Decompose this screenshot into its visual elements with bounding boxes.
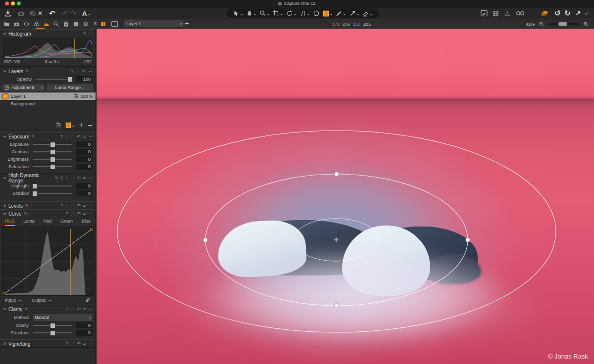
copy-icon[interactable]: ⤢ (76, 69, 79, 74)
layer-settings-icon[interactable] (55, 122, 61, 128)
circle-mask-tool[interactable] (312, 10, 321, 17)
presets-icon[interactable]: ≡ (83, 134, 86, 139)
viewer-layer-select[interactable]: Layer 1 ▴▾ (124, 20, 184, 27)
opacity-slider[interactable] (36, 79, 72, 80)
tab-exposure[interactable] (43, 21, 50, 28)
layers-header[interactable]: Layers ✎ ? ⤢ ↶ ⋯ (0, 67, 96, 75)
camera-icon[interactable] (17, 7, 25, 19)
collapse-icon[interactable] (3, 135, 6, 138)
back-icon[interactable]: ↶ (62, 7, 68, 19)
highlight-value[interactable]: 0 (76, 183, 93, 189)
layer-row-layer1[interactable]: ✓ Layer 1 100 % (0, 92, 96, 100)
clarity-value[interactable]: 0 (76, 322, 93, 328)
collapse-icon[interactable] (3, 32, 6, 36)
curve-tab-green[interactable]: Green (60, 218, 73, 226)
curve-tab-red[interactable]: Red (44, 218, 52, 226)
curve-point-highlight[interactable] (91, 228, 93, 230)
zoom-level-value[interactable]: 41% (526, 22, 535, 27)
copy-icon[interactable]: ⤢ (71, 307, 74, 312)
new-mask-layer-button[interactable] (65, 122, 75, 128)
crop-tool[interactable] (272, 10, 284, 17)
remove-layer-button[interactable]: − (88, 122, 93, 128)
forward-icon[interactable]: ↷ (71, 7, 77, 19)
presets-icon[interactable]: ≡ (83, 341, 86, 346)
highlight-slider[interactable] (33, 185, 72, 186)
more-icon[interactable]: ⋯ (88, 211, 93, 216)
presets-icon[interactable]: ≡ (83, 203, 86, 208)
copy-icon[interactable]: ⤢ (71, 203, 74, 209)
curve-tab-rgb[interactable]: RGB (5, 218, 15, 226)
shadow-value[interactable]: 0 (76, 190, 93, 196)
help-icon[interactable]: ? (66, 211, 68, 216)
reset-icon[interactable]: ↶ (77, 176, 81, 181)
undo-icon[interactable]: ↶ (49, 7, 55, 19)
structure-slider[interactable] (33, 332, 72, 333)
apply-icon[interactable]: ↙ (584, 7, 590, 19)
collapse-icon[interactable] (3, 70, 6, 73)
collapse-icon[interactable] (3, 342, 6, 346)
straighten-tool[interactable] (298, 10, 311, 17)
more-icon[interactable]: ⋯ (88, 307, 93, 312)
reset-icon[interactable]: ↶ (77, 307, 81, 312)
layers-copy-icon[interactable] (541, 7, 549, 19)
opacity-value[interactable]: 100 (76, 76, 93, 82)
levels-header[interactable]: Levels ✎ ? A ⤢ ↶ ≡ ⋯ (0, 202, 96, 210)
proof-glasses-icon[interactable] (516, 7, 525, 19)
reset-icon[interactable]: ↶ (77, 211, 81, 216)
contrast-value[interactable]: 0 (76, 149, 93, 155)
help-icon[interactable]: ? (66, 341, 68, 346)
loupe-tool[interactable] (258, 10, 271, 17)
edit-mask-icon[interactable]: ✎ (24, 212, 28, 216)
mask-handle-left[interactable] (203, 238, 208, 242)
warning-icon[interactable]: ⚠ (504, 7, 510, 19)
copy-icon[interactable]: ⤢ (71, 134, 74, 139)
presets-icon[interactable]: ≡ (83, 307, 86, 312)
more-icon[interactable]: ⋯ (88, 341, 93, 346)
tab-settings[interactable]: ⚙ (82, 21, 89, 28)
curve-graph[interactable] (2, 228, 94, 296)
pan-tool[interactable] (245, 10, 257, 17)
layer-row-background[interactable]: Background (0, 100, 96, 107)
auto-icon[interactable]: A (65, 176, 68, 181)
zoom-slider-handle[interactable] (558, 22, 567, 26)
auto-icon[interactable]: A (65, 203, 68, 208)
copy-icon[interactable]: ⤢ (71, 211, 74, 217)
tab-lens[interactable] (23, 21, 30, 28)
mask-outer-ellipse[interactable] (117, 131, 556, 332)
tab-library[interactable] (3, 21, 10, 28)
grid-icon[interactable] (492, 7, 499, 19)
copy-icon[interactable]: ⤢ (71, 176, 74, 181)
collapse-icon[interactable] (3, 212, 6, 216)
structure-value[interactable]: 0 (76, 330, 93, 336)
help-icon[interactable]: ? (60, 203, 63, 208)
close-icon[interactable]: ✕ (38, 7, 43, 19)
tab-details[interactable] (53, 21, 60, 28)
shadow-slider[interactable] (33, 193, 72, 194)
tab-color[interactable] (33, 21, 40, 28)
mask-center-crosshair[interactable] (334, 237, 339, 242)
tab-metadata[interactable] (62, 21, 69, 28)
curve-picker-icon[interactable] (85, 297, 91, 303)
edit-mask-icon[interactable]: ✎ (25, 69, 29, 74)
import-icon[interactable] (4, 7, 12, 19)
brightness-slider[interactable] (33, 159, 72, 160)
pick-color-tool[interactable] (348, 10, 360, 17)
contrast-slider[interactable] (33, 151, 72, 152)
clarity-method-dropdown[interactable]: Natural ▴▾ (33, 314, 93, 321)
mask-square-tool[interactable] (322, 10, 334, 17)
exposure-header[interactable]: Exposure ✎ ? A ⤢ ↶ ≡ ⋯ (0, 133, 96, 140)
more-icon[interactable]: ⋯ (88, 69, 93, 74)
reset-icon[interactable]: ↶ (82, 69, 86, 74)
more-icon[interactable]: ⋯ (88, 134, 93, 139)
brightness-value[interactable]: 0 (76, 156, 93, 162)
vignetting-header[interactable]: Vignetting ? ⤢ ↶ ≡ ⋯ (0, 340, 96, 348)
reset-icon[interactable]: ↶ (77, 134, 81, 139)
help-icon[interactable]: ? (83, 31, 86, 36)
saturation-value[interactable]: 0 (76, 164, 93, 170)
rotate-left-icon[interactable]: ↺ (554, 7, 561, 19)
select-tool[interactable] (232, 10, 244, 17)
curve-header[interactable]: Curve ✎ ? ⤢ ↶ ≡ ⋯ (0, 210, 96, 218)
saturation-slider[interactable] (33, 166, 72, 167)
session-icon[interactable] (29, 7, 37, 19)
help-icon[interactable]: ? (60, 134, 63, 139)
